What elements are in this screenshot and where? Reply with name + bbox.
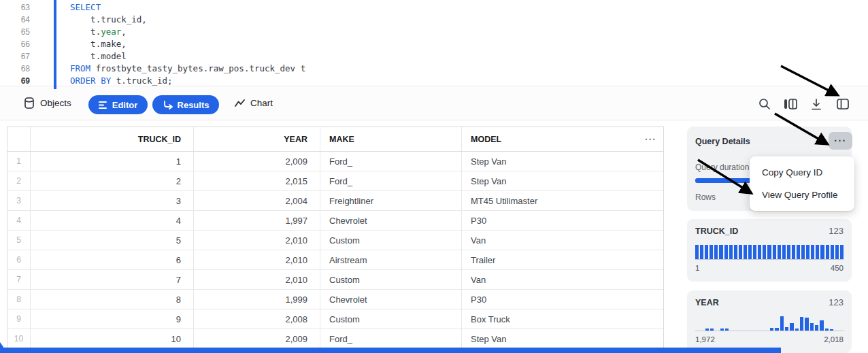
model-cell[interactable]: Step Van <box>462 171 665 190</box>
year-cell[interactable]: 1,997 <box>194 211 320 230</box>
line-number: 63 <box>0 1 30 14</box>
table-body: 112,009Ford_Step Van222,015Ford_Step Van… <box>7 152 663 349</box>
make-cell[interactable]: Chevrolet <box>320 290 462 309</box>
menu-item-view-query-profile[interactable]: View Query Profile <box>750 184 854 206</box>
sql-editor[interactable]: 63SELECT64 t.truck_id,65 t.year,66 t.mak… <box>0 0 868 86</box>
table-row: 881,999ChevroletP30 <box>7 290 663 309</box>
histogram-bar <box>785 327 788 331</box>
numeric-type-badge: 123 <box>829 226 844 236</box>
model-cell[interactable]: Step Van <box>462 329 665 348</box>
truck-id-cell[interactable]: 7 <box>31 270 194 289</box>
editor-tab[interactable]: Editor <box>88 95 148 114</box>
make-cell[interactable]: Freightliner <box>320 191 462 210</box>
code-line[interactable]: 65 t.year, <box>0 26 868 38</box>
model-cell[interactable]: P30 <box>462 290 665 309</box>
code-line[interactable]: 68FROM frostbyte_tasty_bytes.raw_pos.tru… <box>0 63 868 75</box>
make-cell[interactable]: Airstream <box>320 250 462 269</box>
results-tab-label: Results <box>178 100 210 110</box>
row-number-cell: 1 <box>7 152 31 171</box>
histogram-bar <box>782 245 786 259</box>
line-chart-icon <box>235 99 245 107</box>
chart-toggle[interactable]: Chart <box>235 86 273 120</box>
column-header-make[interactable]: MAKE <box>320 127 462 151</box>
results-tab[interactable]: Results <box>152 95 219 114</box>
model-cell[interactable]: Van <box>462 270 665 289</box>
truck-id-cell[interactable]: 10 <box>31 329 194 348</box>
code-line[interactable]: 64 t.truck_id, <box>0 14 868 26</box>
code-text[interactable]: t.model <box>70 50 127 63</box>
make-cell[interactable]: Chevrolet <box>320 211 462 230</box>
truck-id-cell[interactable]: 2 <box>31 171 194 190</box>
code-text[interactable]: FROM frostbyte_tasty_bytes.raw_pos.truck… <box>70 63 305 75</box>
download-icon <box>811 99 822 110</box>
code-line[interactable]: 67 t.model <box>0 50 868 63</box>
table-row: 552,010CustomVan <box>7 231 663 250</box>
column-header-model[interactable]: MODEL ··· <box>462 127 665 151</box>
model-cell[interactable]: P30 <box>462 211 665 230</box>
truck-id-cell[interactable]: 5 <box>31 231 194 250</box>
code-text[interactable]: t.year, <box>70 26 127 38</box>
table-row: 441,997ChevroletP30 <box>7 211 663 231</box>
histogram-bar <box>797 245 800 259</box>
year-cell[interactable]: 2,015 <box>194 171 320 190</box>
objects-toggle[interactable]: Objects <box>24 86 71 120</box>
row-number-cell: 7 <box>7 270 31 289</box>
model-cell[interactable]: Box Truck <box>462 309 665 329</box>
year-cell[interactable]: 2,010 <box>194 270 320 289</box>
make-cell[interactable]: Ford_ <box>320 171 462 190</box>
bottom-left-corner-shape <box>0 342 7 353</box>
histogram-bar <box>825 329 829 331</box>
histogram-bar <box>763 245 766 259</box>
histogram-bar <box>787 245 790 259</box>
truck-id-cell[interactable]: 4 <box>31 211 194 230</box>
year-cell[interactable]: 2,009 <box>194 329 320 348</box>
year-cell[interactable]: 2,008 <box>194 309 320 329</box>
truck-id-cell[interactable]: 6 <box>31 250 194 269</box>
code-text[interactable]: t.make, <box>70 38 127 50</box>
code-text[interactable]: t.truck_id, <box>70 14 147 26</box>
histogram-bar <box>778 245 781 259</box>
histogram-bar <box>724 245 728 259</box>
query-details-context-menu: Copy Query IDView Query Profile <box>750 156 854 211</box>
year-cell[interactable]: 2,009 <box>194 152 320 171</box>
menu-item-copy-query-id[interactable]: Copy Query ID <box>750 161 854 184</box>
make-cell[interactable]: Custom <box>320 270 462 289</box>
make-cell[interactable]: Custom <box>320 231 462 250</box>
line-number: 64 <box>0 14 30 26</box>
histogram-bar <box>831 245 834 259</box>
side-panel-toggle-button[interactable] <box>834 95 852 113</box>
columns-button[interactable] <box>782 95 799 113</box>
column-header-year[interactable]: YEAR <box>194 127 320 151</box>
year-cell[interactable]: 2,010 <box>194 250 320 269</box>
histogram-bar <box>810 323 814 331</box>
model-cell[interactable]: MT45 Utilimaster <box>462 191 665 210</box>
return-arrow-icon <box>163 101 173 110</box>
truck-id-cell[interactable]: 3 <box>31 191 194 210</box>
code-text[interactable]: SELECT <box>70 1 101 14</box>
search-button[interactable] <box>756 95 773 113</box>
column-options-icon[interactable]: ··· <box>645 134 656 145</box>
column-header-truck-id[interactable]: TRUCK_ID <box>31 127 194 151</box>
query-details-more-button[interactable]: ··· <box>829 132 852 150</box>
model-cell[interactable]: Van <box>462 231 665 250</box>
year-cell[interactable]: 2,010 <box>194 231 320 250</box>
truck-id-cell[interactable]: 9 <box>31 309 194 329</box>
editor-lines-icon <box>99 101 107 109</box>
split-panel-icon <box>837 99 849 110</box>
histogram-bar <box>816 245 819 259</box>
code-line[interactable]: 66 t.make, <box>0 38 868 50</box>
truck-id-cell[interactable]: 1 <box>31 152 194 171</box>
model-cell[interactable]: Step Van <box>462 152 665 171</box>
code-line[interactable]: 63SELECT <box>0 1 868 14</box>
year-cell[interactable]: 2,004 <box>194 191 320 210</box>
make-cell[interactable]: Ford_ <box>320 329 462 348</box>
year-cell[interactable]: 1,999 <box>194 290 320 309</box>
make-cell[interactable]: Custom <box>320 309 462 329</box>
code-lines[interactable]: 63SELECT64 t.truck_id,65 t.year,66 t.mak… <box>0 1 868 87</box>
download-button[interactable] <box>807 95 825 113</box>
model-cell[interactable]: Trailer <box>462 250 665 269</box>
histogram-bar <box>725 329 729 331</box>
truck-id-cell[interactable]: 8 <box>31 290 194 309</box>
row-number-header <box>7 127 31 151</box>
make-cell[interactable]: Ford_ <box>320 152 462 171</box>
